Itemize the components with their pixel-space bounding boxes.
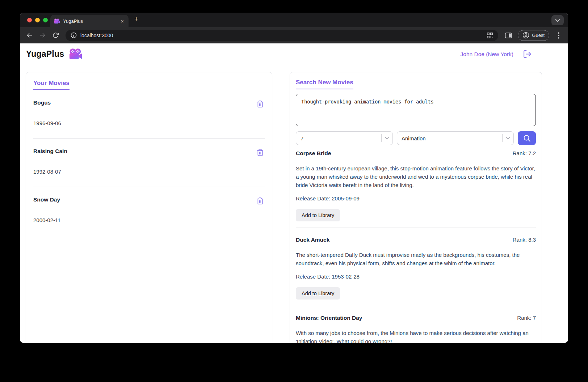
result-description: Set in a 19th-century european village, …: [296, 164, 536, 189]
side-panel-icon: [505, 32, 512, 39]
traffic-lights: [27, 18, 48, 22]
tab-search-button[interactable]: [551, 15, 564, 25]
user-name: John Doe (New York): [461, 51, 513, 58]
result-title: Corpse Bride: [296, 150, 331, 157]
browser-menu-button[interactable]: [554, 30, 564, 41]
movie-release-date: 1992-08-07: [33, 169, 265, 175]
main-content: Your Movies Bogus: [20, 65, 568, 343]
rank-select[interactable]: 7: [296, 131, 393, 145]
address-bar[interactable]: localhost:3000: [66, 30, 498, 41]
app-header: YugaPlus John Doe (New York): [20, 43, 568, 65]
profile-label: Guest: [532, 33, 545, 38]
forward-button[interactable]: [37, 30, 47, 41]
person-circle-icon: [522, 32, 529, 39]
library-movie-item: Snow Day 2000-02-11: [33, 187, 265, 223]
movie-camera-logo-icon: [69, 48, 83, 60]
circular-arrow-icon: [52, 32, 59, 38]
close-window-button[interactable]: [27, 18, 32, 22]
search-controls: 7 Animation: [296, 131, 536, 145]
search-button[interactable]: [518, 131, 536, 145]
delete-movie-button[interactable]: [256, 148, 265, 157]
result-release-date: Release Date: 2005-09-09: [296, 195, 536, 201]
delete-movie-button[interactable]: [256, 99, 265, 109]
your-movies-title: Your Movies: [33, 80, 70, 90]
tab-title: YugaPlus: [63, 18, 117, 24]
tab-strip: YugaPlus × +: [20, 13, 568, 27]
side-panel-button[interactable]: [503, 30, 513, 41]
result-rank: Rank: 8.3: [513, 237, 536, 243]
minimize-window-button[interactable]: [35, 18, 40, 22]
result-title: Minions: Orientation Day: [296, 315, 362, 321]
url-text: localhost:3000: [80, 33, 483, 38]
movie-camera-favicon-icon: [54, 18, 60, 24]
logout-icon[interactable]: [523, 50, 532, 59]
trash-icon: [256, 149, 264, 156]
library-movie-item: Bogus 1996-09-06: [33, 90, 265, 139]
movie-release-date: 2000-02-11: [33, 217, 265, 223]
chevron-down-icon: [555, 19, 560, 22]
profile-button[interactable]: Guest: [518, 30, 549, 41]
category-select-value: Animation: [397, 135, 502, 141]
movie-title: Bogus: [33, 99, 51, 106]
movie-release-date: 1996-09-06: [33, 120, 265, 126]
browser-toolbar: localhost:3000 Gue: [20, 27, 568, 43]
chevron-down-icon: [503, 137, 513, 140]
search-panel: Search New Movies Thought-provoking anim…: [290, 72, 542, 343]
search-result: Corpse Bride Rank: 7.2 Set in a 19th-cen…: [296, 145, 536, 228]
brand-title: YugaPlus: [26, 49, 64, 59]
zoom-window-button[interactable]: [43, 18, 48, 22]
result-rank: Rank: 7.2: [513, 150, 536, 156]
new-tab-button[interactable]: +: [134, 15, 138, 25]
result-description: With so many jobs to choose from, the Mi…: [296, 329, 536, 343]
delete-movie-button[interactable]: [256, 196, 265, 205]
vertical-dots-icon: [558, 32, 559, 39]
add-to-library-button[interactable]: Add to Library: [296, 209, 340, 221]
result-release-date: Release Date: 1953-02-28: [296, 273, 536, 280]
result-rank: Rank: 7: [517, 315, 536, 321]
trash-icon: [256, 197, 264, 205]
arrow-right-icon: [39, 32, 46, 39]
browser-tab[interactable]: YugaPlus ×: [50, 15, 129, 27]
browser-window: YugaPlus × +: [20, 13, 568, 343]
back-button[interactable]: [24, 30, 34, 41]
movie-title: Snow Day: [33, 196, 60, 203]
rank-select-value: 7: [296, 135, 381, 141]
magnifier-icon: [523, 134, 531, 143]
reload-button[interactable]: [50, 30, 60, 41]
qr-code-icon[interactable]: [487, 32, 493, 39]
arrow-left-icon: [26, 32, 33, 39]
search-title: Search New Movies: [296, 79, 353, 89]
trash-icon: [256, 100, 264, 108]
add-to-library-button[interactable]: Add to Library: [296, 287, 340, 300]
movie-title: Raising Cain: [33, 148, 67, 154]
tab-close-icon[interactable]: ×: [119, 18, 125, 24]
result-title: Duck Amuck: [296, 237, 329, 243]
search-query-input[interactable]: Thought-provoking animation movies for a…: [296, 94, 536, 126]
app-page: YugaPlus John Doe (New York): [20, 43, 568, 343]
search-result: Minions: Orientation Day Rank: 7 With so…: [296, 306, 536, 343]
info-circle-icon: [71, 32, 77, 38]
search-result: Duck Amuck Rank: 8.3 The short-tempered …: [296, 228, 536, 306]
library-movie-item: Raising Cain 1992-08-07: [33, 139, 265, 187]
your-movies-panel: Your Movies Bogus: [26, 72, 272, 343]
result-description: The short-tempered Daffy Duck must impro…: [296, 251, 536, 267]
category-select[interactable]: Animation: [397, 131, 514, 145]
chevron-down-icon: [382, 137, 392, 140]
